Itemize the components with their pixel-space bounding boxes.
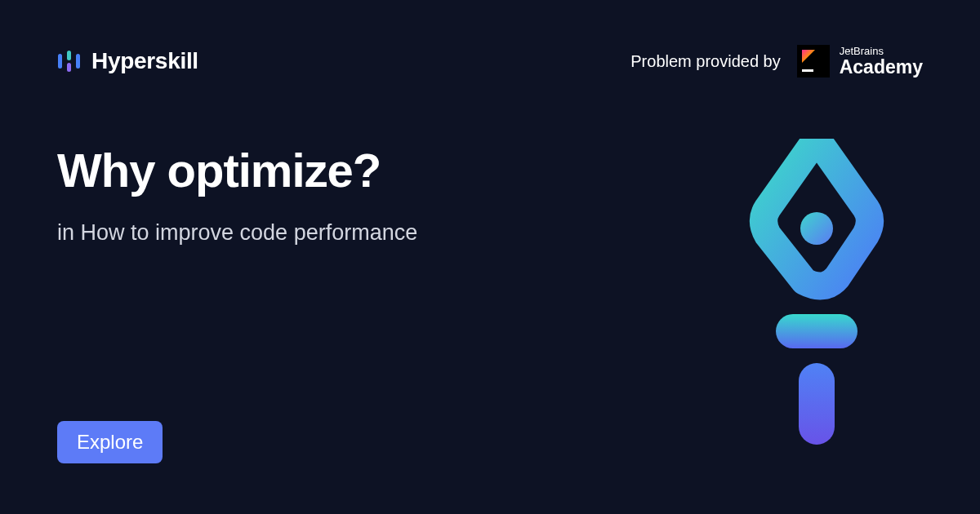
provided-by-label: Problem provided by (630, 52, 780, 71)
jetbrains-icon (797, 45, 830, 78)
jetbrains-small-label: JetBrains (840, 46, 923, 56)
hyperskill-brand-text: Hyperskill (91, 48, 198, 74)
svg-rect-3 (76, 54, 80, 69)
header: Hyperskill Problem provided by (0, 0, 980, 78)
svg-rect-9 (799, 363, 835, 445)
svg-point-7 (800, 212, 833, 245)
svg-rect-8 (776, 314, 858, 348)
svg-rect-1 (67, 51, 71, 60)
pen-decoration-icon (747, 139, 886, 449)
svg-rect-6 (802, 69, 813, 72)
explore-button[interactable]: Explore (57, 421, 163, 463)
jetbrains-big-label: Academy (840, 58, 923, 77)
svg-rect-0 (58, 54, 62, 69)
svg-rect-2 (67, 63, 71, 72)
jetbrains-text: JetBrains Academy (840, 46, 923, 77)
hyperskill-logo: Hyperskill (57, 48, 198, 74)
partner-block: Problem provided by Je (630, 45, 923, 78)
hyperskill-icon (57, 49, 82, 73)
jetbrains-logo: JetBrains Academy (797, 45, 923, 78)
